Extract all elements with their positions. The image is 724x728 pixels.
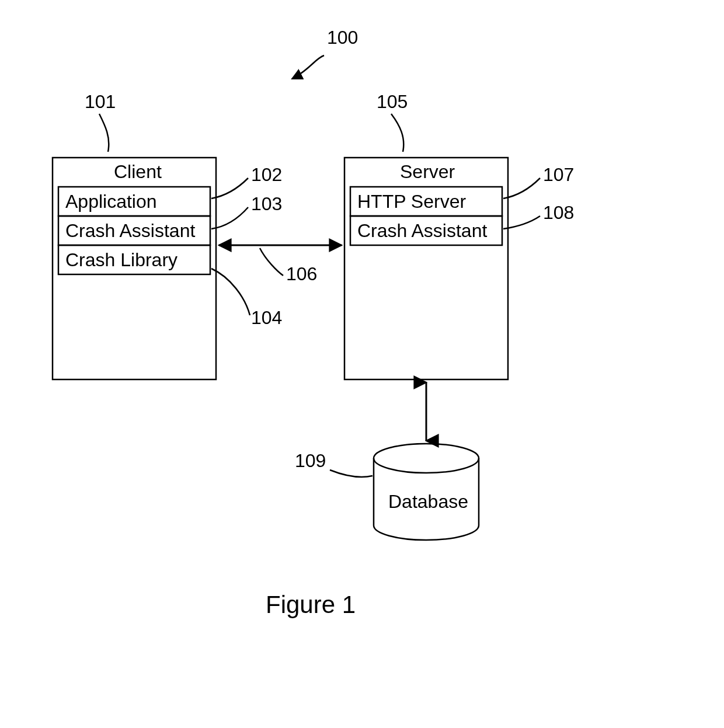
ref-106: 106 — [286, 263, 317, 284]
leader-105 — [391, 114, 403, 152]
ref-101: 101 — [85, 91, 116, 112]
application-label: Application — [65, 191, 157, 212]
leader-108 — [503, 216, 540, 229]
ref-108: 108 — [543, 202, 574, 223]
figure-title: Figure 1 — [266, 591, 356, 618]
ref-104: 104 — [251, 307, 282, 328]
database-label: Database — [388, 491, 468, 512]
leader-101 — [99, 114, 109, 152]
database-top — [374, 444, 479, 473]
ref-105: 105 — [377, 91, 408, 112]
ref-107: 107 — [543, 164, 574, 185]
ref-102: 102 — [251, 164, 282, 185]
leader-104 — [211, 269, 250, 315]
http-server-label: HTTP Server — [357, 191, 466, 212]
leader-103 — [211, 207, 248, 229]
crash-library-label: Crash Library — [65, 249, 177, 270]
leader-107 — [503, 178, 540, 198]
client-title: Client — [114, 161, 162, 182]
server-crash-assistant-label: Crash Assistant — [357, 220, 487, 241]
client-block: Client Application Crash Assistant Crash… — [53, 158, 216, 379]
database-block: Database — [374, 444, 479, 540]
leader-109 — [330, 470, 373, 477]
server-title: Server — [400, 161, 455, 182]
leader-100 — [292, 55, 324, 79]
ref-109: 109 — [295, 450, 326, 471]
leader-102 — [211, 178, 248, 198]
leader-106 — [260, 248, 283, 276]
figure-canvas: 100 Client Application Crash Assistant C… — [0, 0, 724, 728]
client-crash-assistant-label: Crash Assistant — [65, 220, 195, 241]
ref-103: 103 — [251, 193, 282, 214]
server-block: Server HTTP Server Crash Assistant — [344, 158, 508, 379]
ref-100: 100 — [327, 27, 358, 48]
